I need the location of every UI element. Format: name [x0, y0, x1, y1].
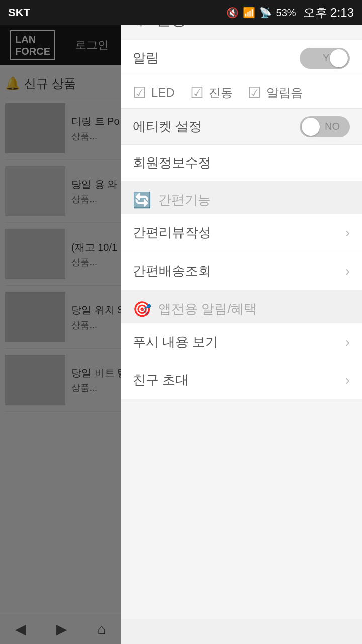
quick-features-label: 간편기능: [158, 191, 211, 209]
checkbox-row: ☑ LED ☑ 진동 ☑ 알림음: [121, 76, 362, 109]
invite-friend-label: 친구 초대: [133, 371, 189, 389]
toggle-knob-no: [302, 118, 320, 136]
toggle-knob: [330, 49, 348, 67]
status-icons: 🔇 📶 📡 53% 오후 2:13: [226, 5, 354, 21]
notifications-toggle[interactable]: YES: [300, 48, 350, 69]
status-bar: SKT 🔇 📶 📡 53% 오후 2:13: [0, 0, 362, 25]
signal-icon: 📡: [259, 7, 272, 19]
battery-label: 53%: [276, 7, 296, 19]
checkbox-led[interactable]: ☑ LED: [133, 84, 175, 101]
app-exclusive-section: 🎯 앱전용 알림/혜택: [121, 290, 362, 323]
notifications-row: 알림 YES: [121, 40, 362, 76]
member-info-label: 회원정보수정: [133, 154, 211, 172]
push-content-row[interactable]: 푸시 내용 보기 ›: [121, 323, 362, 361]
quick-review-row[interactable]: 간편리뷰작성 ›: [121, 214, 362, 252]
toggle-no-text: NO: [325, 121, 340, 132]
etiquette-label: 에티켓 설정: [133, 118, 202, 135]
wifi-icon: 📶: [243, 7, 255, 19]
checkbox-vibration-label: 진동: [209, 85, 233, 101]
overlay-dim: [0, 25, 121, 644]
settings-panel: ⚙ 설정 × 알림 YES ☑ LED ☑ 진동 ☑ 알림음 에티켓 설정 NO: [121, 0, 362, 619]
arrow-right-icon: ›: [345, 263, 350, 279]
arrow-right-icon: ›: [345, 372, 350, 388]
checkbox-sound-label: 알림음: [266, 85, 303, 101]
target-icon: 🎯: [133, 300, 151, 318]
quick-features-section: 🔄 간편기능: [121, 181, 362, 214]
quick-review-label: 간편리뷰작성: [133, 224, 211, 242]
checkbox-sound[interactable]: ☑ 알림음: [248, 84, 303, 101]
checkbox-vibration[interactable]: ☑ 진동: [190, 84, 233, 101]
mute-icon: 🔇: [226, 7, 239, 19]
quick-delivery-row[interactable]: 간편배송조회 ›: [121, 252, 362, 290]
quick-delivery-label: 간편배송조회: [133, 262, 211, 280]
time-label: 오후 2:13: [303, 5, 354, 21]
notifications-label: 알림: [133, 49, 159, 67]
arrow-right-icon: ›: [345, 225, 350, 241]
etiquette-row: 에티켓 설정 NO: [121, 109, 362, 145]
checkbox-vibration-icon: ☑: [190, 84, 204, 101]
push-content-label: 푸시 내용 보기: [133, 333, 218, 351]
invite-friend-row[interactable]: 친구 초대 ›: [121, 361, 362, 399]
member-info-row[interactable]: 회원정보수정: [121, 145, 362, 181]
app-exclusive-label: 앱전용 알림/혜택: [158, 300, 257, 318]
checkbox-sound-icon: ☑: [248, 84, 261, 101]
etiquette-toggle[interactable]: NO: [300, 116, 350, 137]
refresh-icon: 🔄: [133, 191, 151, 209]
checkbox-led-label: LED: [151, 86, 175, 100]
checkbox-led-icon: ☑: [133, 84, 146, 101]
arrow-right-icon: ›: [345, 334, 350, 350]
carrier-label: SKT: [8, 6, 30, 19]
